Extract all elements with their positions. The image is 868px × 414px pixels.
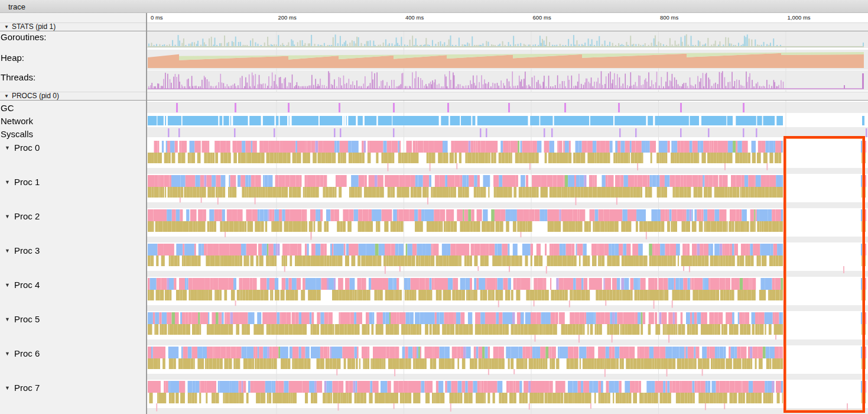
track-label-proc-7[interactable]: ▼Proc 7 bbox=[0, 383, 40, 393]
section-title: PROCS (pid 0) bbox=[12, 92, 59, 100]
section-title: STATS (pid 1) bbox=[12, 22, 56, 31]
proc-label-text: Proc 6 bbox=[14, 348, 40, 358]
chevron-down-icon: ▼ bbox=[5, 145, 10, 151]
ruler-tick-label: 0 ms bbox=[151, 14, 163, 21]
track-label-proc-0[interactable]: ▼Proc 0 bbox=[0, 143, 40, 153]
section-header-procs[interactable]: ▼PROCS (pid 0) bbox=[0, 92, 868, 101]
row-label-syscalls: Syscalls bbox=[1, 129, 33, 139]
chevron-down-icon: ▼ bbox=[5, 385, 10, 391]
chevron-down-icon: ▼ bbox=[5, 351, 10, 357]
track-label-proc-3[interactable]: ▼Proc 3 bbox=[0, 245, 40, 255]
selection-rectangle bbox=[784, 136, 865, 413]
row-label-goroutines: Goroutines: bbox=[1, 32, 47, 42]
column-divider[interactable] bbox=[146, 13, 147, 414]
track-label-proc-4[interactable]: ▼Proc 4 bbox=[0, 280, 40, 290]
ruler-tick-label: 400 ms bbox=[405, 14, 424, 21]
row-label-network: Network bbox=[1, 116, 33, 126]
chevron-down-icon: ▼ bbox=[5, 248, 10, 254]
ruler-tick-label: 200 ms bbox=[278, 14, 297, 21]
chevron-down-icon: ▼ bbox=[4, 23, 9, 31]
row-label-gc: GC bbox=[1, 103, 14, 113]
row-label-heap: Heap: bbox=[1, 53, 24, 63]
row-label-threads: Threads: bbox=[1, 72, 35, 82]
ruler-tick-label: 1,000 ms bbox=[788, 14, 811, 21]
track-label-proc-2[interactable]: ▼Proc 2 bbox=[0, 211, 40, 221]
track-label-proc-1[interactable]: ▼Proc 1 bbox=[0, 177, 40, 187]
chevron-down-icon: ▼ bbox=[4, 92, 9, 100]
track-label-proc-6[interactable]: ▼Proc 6 bbox=[0, 348, 40, 358]
chevron-down-icon: ▼ bbox=[5, 214, 10, 219]
ruler-tick-label: 800 ms bbox=[660, 14, 678, 21]
chevron-down-icon: ▼ bbox=[5, 316, 10, 322]
proc-label-text: Proc 2 bbox=[14, 211, 40, 221]
proc-label-text: Proc 4 bbox=[14, 280, 40, 290]
track-label-proc-5[interactable]: ▼Proc 5 bbox=[0, 314, 40, 324]
chevron-down-icon: ▼ bbox=[5, 179, 10, 185]
proc-label-text: Proc 1 bbox=[14, 177, 40, 187]
ruler-tick-label: 600 ms bbox=[533, 14, 551, 21]
proc-label-text: Proc 7 bbox=[14, 383, 40, 393]
proc-label-text: Proc 0 bbox=[14, 143, 40, 153]
time-ruler[interactable]: 0 ms200 ms400 ms600 ms800 ms1,000 ms bbox=[147, 13, 868, 22]
trace-viewer: trace 0 ms200 ms400 ms600 ms800 ms1,000 … bbox=[0, 0, 868, 414]
chevron-down-icon: ▼ bbox=[5, 282, 10, 288]
proc-label-text: Proc 3 bbox=[14, 245, 40, 255]
section-header-stats[interactable]: ▼STATS (pid 1) bbox=[0, 22, 868, 31]
proc-label-text: Proc 5 bbox=[14, 314, 40, 324]
timeline-canvas[interactable] bbox=[0, 0, 868, 414]
